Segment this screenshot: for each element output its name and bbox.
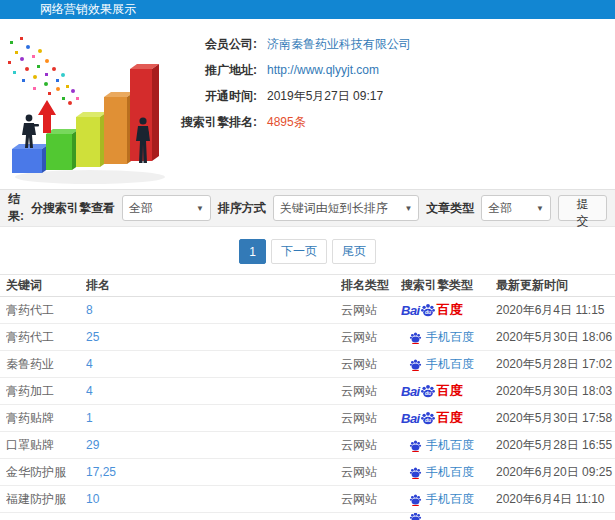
table-row: 膏药代工 25 云网站 Bai du 百度 手机百度 2020年5月30日 18… (0, 324, 615, 351)
update-time-cell: 2020年5月28日 17:02 (496, 356, 615, 373)
keyword-cell: 金华防护服 (6, 464, 86, 481)
sort-filter-label: 排序方式 (218, 200, 266, 217)
baidu-cn-text: 百度 (437, 409, 463, 427)
page-button-last[interactable]: 尾页 (332, 239, 376, 264)
mobile-baidu-paw-icon (409, 358, 422, 371)
engine-type-cell: Bai du 百度 手机百度 (401, 491, 496, 508)
open-time-value: 2019年5月27日 09:17 (267, 83, 383, 109)
rank-link[interactable]: 4 (86, 384, 341, 398)
table-row: 口罩贴牌 29 云网站 Bai du 百度 手机百度 2020年5月28日 16… (0, 432, 615, 459)
table-header-row: 关键词 排名 排名类型 搜索引擎类型 最新更新时间 (0, 274, 615, 297)
article-type-select[interactable]: 全部 ▼ (481, 195, 551, 221)
mobile-baidu-logo: 手机百度 (401, 437, 496, 454)
article-type-label: 文章类型 (426, 200, 474, 217)
member-info-section: 会员公司: 济南秦鲁药业科技有限公司 推广地址: http://www.qlyy… (0, 19, 615, 189)
submit-button[interactable]: 提交 (558, 195, 607, 221)
mobile-baidu-logo: 手机百度 (401, 464, 496, 481)
page-button-current[interactable]: 1 (239, 239, 266, 264)
update-time-cell: 2020年5月30日 18:03 (496, 383, 615, 400)
result-label: 结果: (8, 191, 31, 225)
sort-filter-select[interactable]: 关键词由短到长排序 ▼ (273, 195, 419, 221)
engine-filter-value: 全部 (129, 200, 153, 217)
mobile-baidu-text: 手机百度 (426, 329, 474, 346)
engine-type-cell: Bai du 百度 手机百度 (401, 301, 496, 319)
member-info-fields: 会员公司: 济南秦鲁药业科技有限公司 推广地址: http://www.qlyy… (175, 19, 615, 135)
baidu-bai-text: Bai (401, 303, 420, 318)
svg-text:du: du (425, 390, 431, 396)
sort-filter-value: 关键词由短到长排序 (280, 200, 388, 217)
baidu-logo: Bai du 百度 (401, 409, 496, 427)
engine-rank-row: 搜索引擎排名: 4895条 (175, 109, 615, 135)
rank-link[interactable]: 29 (86, 438, 341, 452)
mobile-baidu-logo: 手机百度 (401, 329, 496, 346)
engine-type-cell: Bai du 百度 手机百度 (401, 382, 496, 400)
marketing-chart-image (0, 29, 175, 187)
bar-orange (104, 92, 134, 164)
baidu-bai-text: Bai (401, 384, 420, 399)
header-update-time: 最新更新时间 (496, 277, 615, 294)
mobile-baidu-paw-icon (409, 466, 422, 479)
mobile-baidu-logo (401, 513, 496, 520)
table-body: 膏药代工 8 云网站 Bai du 百度 手机百度 2020年6月4日 11:1… (0, 297, 615, 520)
table-row: 福建防护服 10 云网站 Bai du 百度 手机百度 2020年6月4日 11… (0, 486, 615, 513)
mobile-baidu-text: 手机百度 (426, 491, 474, 508)
company-link[interactable]: 济南秦鲁药业科技有限公司 (267, 31, 411, 57)
rank-link[interactable]: 8 (86, 303, 341, 317)
baidu-logo: Bai du 百度 (401, 301, 496, 319)
table-row-partial: Bai du 百度 (0, 513, 615, 520)
update-time-cell: 2020年6月4日 11:10 (496, 491, 615, 508)
mobile-baidu-logo: 手机百度 (401, 491, 496, 508)
article-type-value: 全部 (488, 200, 512, 217)
baidu-paw-icon: du (420, 383, 436, 399)
rank-link[interactable]: 17,25 (86, 465, 341, 479)
mobile-baidu-text: 手机百度 (426, 464, 474, 481)
rank-link[interactable]: 4 (86, 357, 341, 371)
page-button-next[interactable]: 下一页 (271, 239, 327, 264)
engine-rank-label: 搜索引擎排名: (175, 109, 257, 135)
update-time-cell: 2020年5月30日 18:06 (496, 329, 615, 346)
open-time-label: 开通时间: (175, 83, 257, 109)
rank-type-cell: 云网站 (341, 329, 401, 346)
header-rank-type: 排名类型 (341, 277, 401, 294)
filter-controls: 分搜索引擎查看 全部 ▼ 排序方式 关键词由短到长排序 ▼ 文章类型 全部 ▼ … (31, 195, 607, 221)
mobile-baidu-paw-icon (409, 331, 422, 344)
window-titlebar: 网络营销效果展示 (0, 0, 615, 19)
update-time-cell: 2020年5月30日 17:58 (496, 410, 615, 427)
keyword-cell: 口罩贴牌 (6, 437, 86, 454)
engine-type-cell: Bai du 百度 手机百度 (401, 329, 496, 346)
table-row: 膏药加工 4 云网站 Bai du 百度 手机百度 2020年5月30日 18:… (0, 378, 615, 405)
keyword-cell: 膏药代工 (6, 302, 86, 319)
engine-type-cell: Bai du 百度 手机百度 (401, 356, 496, 373)
mobile-baidu-paw-icon (409, 513, 422, 520)
company-label: 会员公司: (175, 31, 257, 57)
rank-link[interactable]: 10 (86, 492, 341, 506)
baidu-paw-icon: du (420, 410, 436, 426)
rank-type-cell: 云网站 (341, 383, 401, 400)
baidu-logo: Bai du 百度 (401, 382, 496, 400)
mobile-baidu-text: 手机百度 (426, 356, 474, 373)
chevron-down-icon: ▼ (396, 204, 412, 213)
rank-link[interactable]: 1 (86, 411, 341, 425)
promo-url-row: 推广地址: http://www.qlyyjt.com (175, 57, 615, 83)
pagination: 1 下一页 尾页 (0, 227, 615, 274)
promo-url-link[interactable]: http://www.qlyyjt.com (267, 57, 379, 83)
update-time-cell: 2020年6月20日 09:25 (496, 464, 615, 481)
keyword-cell: 膏药代工 (6, 329, 86, 346)
keyword-cell: 膏药贴牌 (6, 410, 86, 427)
header-keyword: 关键词 (6, 277, 86, 294)
rank-type-cell: 云网站 (341, 410, 401, 427)
engine-filter-select[interactable]: 全部 ▼ (122, 195, 211, 221)
promo-url-label: 推广地址: (175, 57, 257, 83)
mobile-baidu-paw-icon (409, 439, 422, 452)
baidu-cn-text: 百度 (437, 382, 463, 400)
keyword-cell: 秦鲁药业 (6, 356, 86, 373)
businessman-left (22, 115, 39, 148)
mobile-baidu-text: 手机百度 (426, 437, 474, 454)
engine-type-cell: Bai du 百度 手机百度 (401, 409, 496, 427)
keyword-cell: 福建防护服 (6, 491, 86, 508)
baidu-bai-text: Bai (401, 411, 420, 426)
table-row: 秦鲁药业 4 云网站 Bai du 百度 手机百度 2020年5月28日 17:… (0, 351, 615, 378)
up-arrow-icon (38, 100, 56, 133)
rank-link[interactable]: 25 (86, 330, 341, 344)
mobile-baidu-paw-icon (409, 493, 422, 506)
